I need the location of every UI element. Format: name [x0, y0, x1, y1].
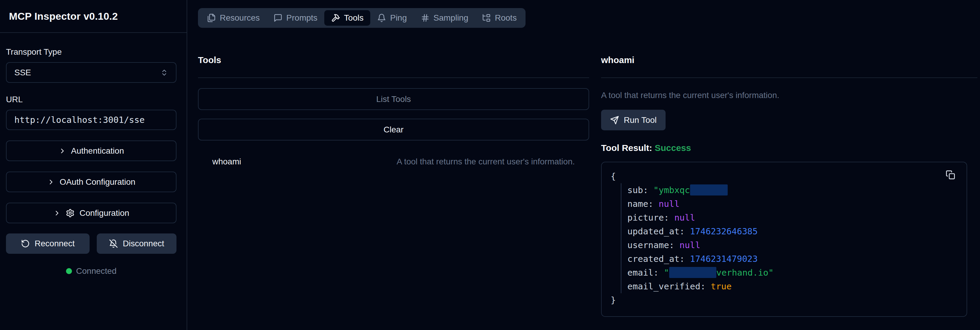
tool-result-status: Success	[654, 143, 691, 153]
reconnect-button[interactable]: Reconnect	[6, 233, 89, 254]
list-tools-button[interactable]: List Tools	[198, 88, 589, 110]
connected-dot-icon	[66, 268, 72, 274]
transport-type-label: Transport Type	[6, 47, 177, 57]
tab-resources-label: Resources	[220, 13, 260, 23]
message-square-icon	[274, 13, 283, 22]
json-line-username: username: null	[627, 238, 958, 252]
detail-description: A tool that returns the current user's i…	[601, 91, 977, 100]
sidebar-body: Transport Type SSE URL Authentication OA…	[0, 33, 187, 276]
url-label: URL	[6, 95, 177, 104]
tab-prompts-label: Prompts	[286, 13, 317, 23]
json-open-brace: {	[611, 169, 958, 183]
tool-result-json-box: { sub: "ymbxqc name: null picture: null …	[601, 162, 967, 317]
main-area: Resources Prompts Tools Ping Sampling	[187, 0, 980, 330]
detail-panel-title: whoami	[601, 55, 977, 78]
tabbar: Resources Prompts Tools Ping Sampling	[198, 8, 525, 28]
redaction-box	[669, 267, 716, 278]
tools-list-panel: Tools List Tools Clear whoami A tool tha…	[198, 55, 589, 317]
configuration-expander[interactable]: Configuration	[6, 202, 177, 223]
tab-sampling[interactable]: Sampling	[414, 10, 476, 26]
json-close-brace: }	[611, 293, 958, 307]
transport-type-value: SSE	[14, 68, 31, 77]
run-tool-button[interactable]: Run Tool	[601, 110, 666, 130]
chevron-right-icon	[59, 147, 66, 155]
tool-description: A tool that returns the current user's i…	[396, 157, 575, 166]
files-icon	[207, 13, 216, 22]
tool-name: whoami	[212, 157, 241, 166]
hash-icon	[421, 13, 430, 22]
clear-button[interactable]: Clear	[198, 119, 589, 140]
configuration-label: Configuration	[80, 208, 129, 218]
copy-button[interactable]	[945, 169, 956, 181]
authentication-expander[interactable]: Authentication	[6, 140, 177, 161]
run-tool-label: Run Tool	[624, 115, 657, 125]
tool-result-label: Tool Result:	[601, 143, 652, 153]
disconnect-label: Disconnect	[123, 239, 164, 249]
json-line-email: email: "verhand.io"	[627, 266, 958, 279]
send-icon	[610, 116, 619, 124]
authentication-label: Authentication	[71, 146, 124, 156]
oauth-configuration-expander[interactable]: OAuth Configuration	[6, 172, 177, 192]
tab-resources[interactable]: Resources	[200, 10, 267, 26]
rotate-ccw-icon	[21, 239, 30, 248]
json-body: sub: "ymbxqc name: null picture: null up…	[621, 183, 958, 293]
tab-ping-label: Ping	[390, 13, 407, 23]
json-line-picture: picture: null	[627, 211, 958, 225]
tab-roots[interactable]: Roots	[475, 10, 523, 26]
app-title: MCP Inspector v0.10.2	[9, 10, 118, 22]
disconnect-button[interactable]: Disconnect	[97, 233, 177, 254]
tab-ping[interactable]: Ping	[370, 10, 414, 26]
tool-result-line: Tool Result: Success	[601, 143, 977, 153]
tab-roots-label: Roots	[495, 13, 517, 23]
chevron-right-icon	[53, 209, 61, 217]
json-line-name: name: null	[627, 197, 958, 211]
sidebar: MCP Inspector v0.10.2 Transport Type SSE…	[0, 0, 187, 330]
redaction-box	[690, 185, 728, 196]
json-line-updated-at: updated_at: 1746232646385	[627, 225, 958, 238]
tool-detail-panel: whoami A tool that returns the current u…	[601, 55, 977, 317]
json-line-sub: sub: "ymbxqc	[627, 183, 958, 197]
tab-sampling-label: Sampling	[434, 13, 468, 23]
bell-icon	[377, 13, 386, 22]
chevron-right-icon	[47, 178, 55, 186]
tab-prompts[interactable]: Prompts	[267, 10, 324, 26]
copy-icon	[946, 170, 955, 180]
tools-panel-title: Tools	[198, 55, 589, 78]
chevrons-up-down-icon	[160, 69, 168, 77]
reconnect-label: Reconnect	[35, 239, 75, 249]
json-line-created-at: created_at: 1746231479023	[627, 252, 958, 266]
tab-tools[interactable]: Tools	[324, 10, 370, 26]
gear-icon	[66, 209, 75, 218]
bell-off-icon	[109, 239, 118, 248]
transport-type-select[interactable]: SSE	[6, 62, 177, 83]
url-input[interactable]	[6, 110, 177, 130]
connection-status: Connected	[6, 266, 177, 276]
sidebar-header: MCP Inspector v0.10.2	[0, 0, 187, 33]
oauth-configuration-label: OAuth Configuration	[60, 177, 135, 187]
hammer-icon	[331, 13, 340, 22]
folder-tree-icon	[482, 13, 491, 22]
json-line-email-verified: email_verified: true	[627, 279, 958, 293]
tab-tools-label: Tools	[344, 13, 363, 23]
connected-label: Connected	[76, 266, 116, 276]
tool-list-item-whoami[interactable]: whoami A tool that returns the current u…	[198, 157, 589, 166]
